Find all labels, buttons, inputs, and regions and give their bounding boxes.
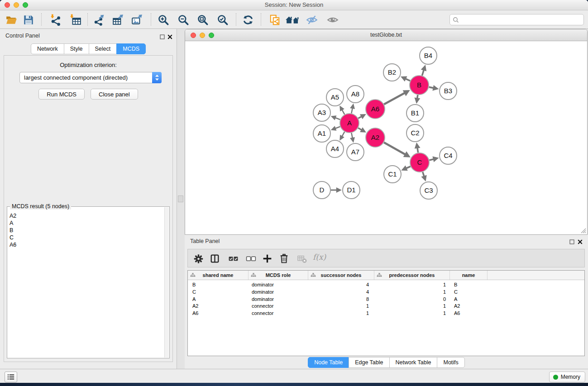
import-table-button[interactable]	[69, 13, 82, 27]
status-bar: Memory	[0, 369, 588, 383]
zoom-fit-button[interactable]	[196, 13, 210, 27]
float-panel-button[interactable]	[160, 33, 165, 41]
refresh-view-button[interactable]	[241, 13, 255, 27]
control-panel-tabs: NetworkStyleSelectMCDS	[0, 43, 177, 54]
graph-node-label: A7	[351, 148, 359, 156]
open-session-button[interactable]	[5, 13, 18, 27]
table-cell: A6	[450, 310, 488, 317]
table-row[interactable]: A6connector11A6	[188, 310, 584, 317]
tab-mcds[interactable]: MCDS	[116, 43, 146, 54]
import-network-button[interactable]	[48, 13, 62, 27]
column-header-name[interactable]: name	[450, 271, 488, 280]
graph-edge-arrowhead	[421, 175, 426, 181]
eye-slash-icon	[306, 14, 318, 26]
delete-table-icon	[296, 253, 308, 264]
table-row[interactable]: A2connector11A2	[188, 303, 584, 310]
network-canvas[interactable]: B4B2BB3A8A5A6A3B1AA1C2A2A4A7C4CC1DD1C3	[185, 41, 587, 234]
table-cell: A	[188, 296, 249, 303]
table-row[interactable]: Adominator80A	[188, 296, 584, 303]
graph-node-label: C4	[444, 152, 452, 159]
tab-edge-table[interactable]: Edge Table	[349, 357, 389, 368]
graph-node-label: A2	[371, 133, 379, 141]
graph-edge-A2-C[interactable]	[384, 143, 406, 155]
mcds-result-list[interactable]: A2ABCA6	[7, 211, 164, 358]
tab-network[interactable]: Network	[31, 43, 64, 54]
close-panel-button[interactable]: Close panel	[91, 89, 138, 100]
table-cell: connector	[249, 303, 308, 310]
graph-node-label: C1	[388, 170, 397, 178]
resize-grip-icon[interactable]	[580, 227, 586, 234]
tab-network-table[interactable]: Network Table	[389, 357, 438, 368]
graph-node-label: A6	[371, 105, 379, 113]
result-scrollbar-track[interactable]	[164, 207, 169, 357]
task-history-button[interactable]	[5, 372, 17, 382]
search-input[interactable]	[461, 15, 583, 24]
clone-network-button[interactable]	[268, 13, 282, 27]
tab-style[interactable]: Style	[64, 43, 89, 54]
first-neighbors-button[interactable]	[285, 13, 301, 27]
delete-table-button[interactable]	[295, 252, 309, 265]
zoom-fit-icon	[197, 14, 209, 26]
mcds-result-item[interactable]: B	[10, 227, 164, 234]
select-all-rows-button[interactable]	[226, 252, 240, 265]
table-body: Bdominator41BCdominator41CAdominator80AA…	[188, 280, 584, 317]
table-row[interactable]: Bdominator41B	[188, 281, 584, 289]
export-image-button[interactable]	[130, 13, 144, 27]
clone-network-icon	[269, 14, 281, 26]
float-table-panel-button[interactable]	[569, 238, 574, 246]
column-header-successor-nodes[interactable]: successor nodes	[308, 271, 374, 280]
mcds-result-item[interactable]: A6	[10, 241, 164, 248]
close-control-panel-button[interactable]	[167, 33, 172, 41]
graph-node-label: C	[417, 158, 422, 166]
zoom-selected-icon	[217, 14, 229, 26]
show-columns-button[interactable]	[208, 252, 221, 265]
export-network-button[interactable]	[92, 13, 106, 27]
search-box	[449, 14, 584, 25]
table-cell: B	[188, 281, 249, 289]
export-table-button[interactable]	[111, 13, 125, 27]
tab-node-table[interactable]: Node Table	[308, 357, 349, 368]
zoom-selected-button[interactable]	[216, 13, 229, 27]
mcds-result-item[interactable]: A	[10, 219, 164, 227]
tab-select[interactable]: Select	[89, 43, 117, 54]
column-header-predecessor-nodes[interactable]: predecessor nodes	[374, 271, 450, 280]
deselect-all-rows-button[interactable]	[244, 252, 258, 265]
function-builder-button[interactable]: f(x)	[313, 253, 326, 262]
toolbar-separator	[261, 13, 261, 26]
network-graph[interactable]: B4B2BB3A8A5A6A3B1AA1C2A2A4A7C4CC1DD1C3	[185, 41, 587, 234]
split-divider-handle[interactable]	[178, 195, 183, 202]
column-header-shared-name[interactable]: shared name	[188, 271, 249, 280]
graph-edge-arrowhead	[350, 137, 355, 143]
toolbar-separator	[151, 13, 151, 26]
hide-selected-button[interactable]	[305, 13, 319, 27]
close-table-panel-button[interactable]	[578, 238, 583, 246]
mcds-result-box: MCDS result (5 nodes) A2ABCA6	[7, 206, 170, 358]
graph-node-label: D1	[347, 186, 355, 194]
zoom-out-button[interactable]	[177, 13, 190, 27]
graph-node-label: B4	[424, 52, 432, 59]
delete-columns-button[interactable]	[277, 252, 291, 265]
mcds-button-row: Run MCDS Close panel	[4, 89, 172, 100]
optimization-criterion-select[interactable]: largest connected component (directed)	[19, 72, 162, 83]
graph-edge-B-B4[interactable]	[422, 70, 424, 76]
tab-motifs[interactable]: Motifs	[437, 357, 464, 368]
memory-button[interactable]: Memory	[549, 372, 585, 382]
mcds-result-item[interactable]: C	[10, 234, 164, 241]
search-icon	[453, 17, 459, 23]
table-row[interactable]: Cdominator41C	[188, 289, 584, 296]
graph-node-label: B	[417, 81, 421, 89]
column-header-mcds-role[interactable]: MCDS role	[249, 271, 308, 280]
graph-edge-A6-B[interactable]	[384, 93, 405, 104]
zoom-in-button[interactable]	[157, 13, 170, 27]
show-all-button[interactable]	[326, 13, 339, 27]
table-settings-button[interactable]	[191, 252, 205, 265]
table-cell: dominator	[249, 281, 308, 289]
create-column-button[interactable]	[260, 252, 274, 265]
save-session-button[interactable]	[22, 13, 35, 27]
table-cell: 8	[308, 296, 374, 303]
run-mcds-button[interactable]: Run MCDS	[38, 89, 85, 100]
graph-node-label: A8	[351, 90, 359, 98]
mcds-result-item[interactable]: A2	[10, 212, 164, 219]
graph-edge-arrowhead	[432, 157, 439, 162]
network-window-title: testGlobe.txt	[185, 32, 587, 38]
